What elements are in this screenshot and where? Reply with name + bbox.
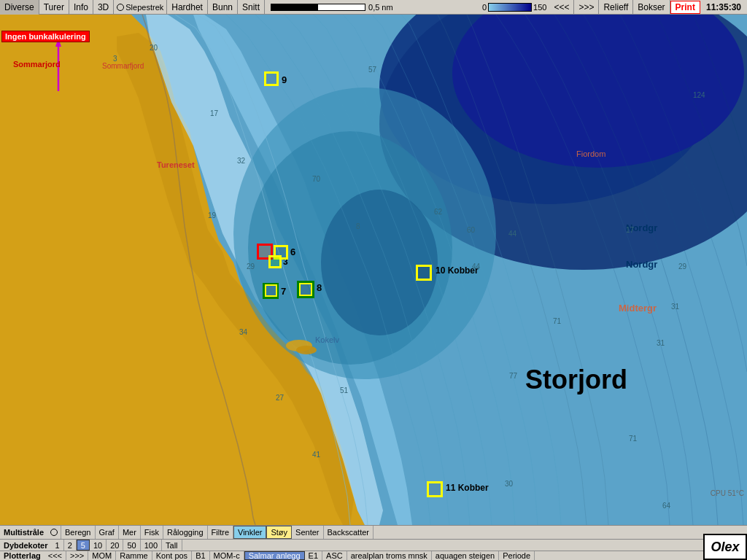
olex-logo: Olex — [703, 534, 747, 560]
plotterlag-kont-pos[interactable]: Kont pos — [152, 551, 192, 560]
raalogging-btn[interactable]: Rålogging — [163, 526, 208, 539]
plotterlag-asc[interactable]: ASC — [322, 551, 347, 560]
depth-tall[interactable]: Tall — [162, 540, 182, 551]
plotterlag-ramme[interactable]: Ramme — [116, 551, 152, 560]
plotterlag-mom[interactable]: MOM — [88, 551, 116, 560]
graf-btn[interactable]: Graf — [96, 526, 119, 539]
nav-right-btn[interactable]: >>> — [574, 0, 599, 15]
print-button[interactable]: Print — [670, 1, 700, 14]
ingen-alert: Ingen bunkalkulering — [1, 31, 90, 42]
plotterlag-nav-right[interactable]: >>> — [66, 551, 88, 560]
north-arrow — [51, 36, 66, 97]
map-svg — [0, 15, 747, 525]
menu-bunn[interactable]: Bunn — [208, 0, 238, 15]
slepestrek-label: Slepestrek — [125, 3, 163, 12]
multistrale-label: Multistråle — [0, 527, 47, 537]
bottom-bar2: Dybdekoter 1 2 5 10 20 50 100 Tall — [0, 540, 747, 551]
depth-max: 150 — [533, 3, 546, 12]
plotterlag-label: Plotterlag — [0, 551, 44, 560]
stoy-btn[interactable]: Støy — [266, 526, 292, 539]
menu-hardhet[interactable]: Hardhet — [167, 0, 208, 15]
plotterlag-aquagen[interactable]: aquagen steigen — [432, 551, 499, 560]
depth-100[interactable]: 100 — [141, 540, 162, 551]
marker-11[interactable] — [427, 481, 443, 497]
mer-btn[interactable]: Mer — [119, 526, 141, 539]
filtre-btn[interactable]: Filtre — [208, 526, 233, 539]
marker-3[interactable] — [268, 255, 282, 268]
menu-snitt[interactable]: Snitt — [238, 0, 265, 15]
menu-turer[interactable]: Turer — [39, 0, 69, 15]
plotterlag-arealplan[interactable]: arealplan troms mnsk — [347, 551, 432, 560]
depth-50[interactable]: 50 — [123, 540, 140, 551]
bottom-bar1: Multistråle Beregn Graf Mer Fisk Råloggi… — [0, 525, 747, 540]
menu-3d[interactable]: 3D — [93, 0, 114, 15]
plotterlag-periode[interactable]: Periode — [499, 551, 535, 560]
scale-bar: 0,5 nm — [265, 3, 479, 12]
depth-bar: 0 150 — [479, 3, 549, 12]
menu-diverse[interactable]: Diverse — [0, 0, 39, 15]
senter-btn[interactable]: Senter — [292, 526, 323, 539]
depth-gradient — [488, 3, 532, 12]
clock-display: 11:35:30 — [700, 1, 747, 13]
plotterlag-b1[interactable]: B1 — [192, 551, 209, 560]
beregn-btn[interactable]: Beregn — [61, 526, 95, 539]
bokser-btn[interactable]: Bokser — [633, 0, 670, 15]
depth-20-btn[interactable]: 20 — [107, 540, 123, 551]
marker-10[interactable] — [416, 265, 432, 281]
marker-7-yellow[interactable] — [265, 284, 277, 297]
marker-9[interactable] — [264, 71, 279, 86]
relieff-btn[interactable]: Relieff — [599, 0, 633, 15]
slepestrek-radio[interactable] — [117, 4, 124, 11]
map-area[interactable]: Ingen bunkalkulering Sommarjord Turenese… — [0, 15, 747, 525]
menu-info[interactable]: Info — [69, 0, 93, 15]
sommarjord-map-label: Sommarfjord — [102, 62, 144, 70]
depth-5[interactable]: 5 — [77, 540, 90, 551]
plotterlag-salmar[interactable]: Salmar anlegg — [244, 551, 305, 560]
svg-point-8 — [296, 346, 317, 354]
nav-left-btn[interactable]: <<< — [549, 0, 574, 15]
scale-label: 0,5 nm — [365, 3, 393, 12]
depth-10[interactable]: 10 — [90, 540, 107, 551]
depth-1[interactable]: 1 — [52, 540, 64, 551]
backscatter-btn[interactable]: Backscatter — [324, 526, 374, 539]
plotterlag-e1[interactable]: E1 — [305, 551, 322, 560]
toolbar: Diverse Turer Info 3D Slepestrek Hardhet… — [0, 0, 747, 15]
marker-8-inner[interactable] — [299, 283, 312, 296]
bottom-bar3: Plotterlag <<< >>> MOM Ramme Kont pos B1… — [0, 551, 747, 560]
vinkler-btn[interactable]: Vinkler — [233, 526, 266, 539]
depth-min: 0 — [482, 3, 487, 12]
plotterlag-nav-left[interactable]: <<< — [44, 551, 66, 560]
svg-point-6 — [321, 190, 438, 335]
depth-2[interactable]: 2 — [64, 540, 77, 551]
cpu-info: CPU 51°C — [711, 489, 744, 497]
fisk-btn[interactable]: Fisk — [141, 526, 163, 539]
radio-button[interactable] — [50, 529, 58, 536]
plotterlag-mom-c[interactable]: MOM-c — [210, 551, 244, 560]
dybdekoter-label: Dybdekoter — [0, 540, 52, 551]
multistrale-radio[interactable] — [47, 526, 61, 539]
